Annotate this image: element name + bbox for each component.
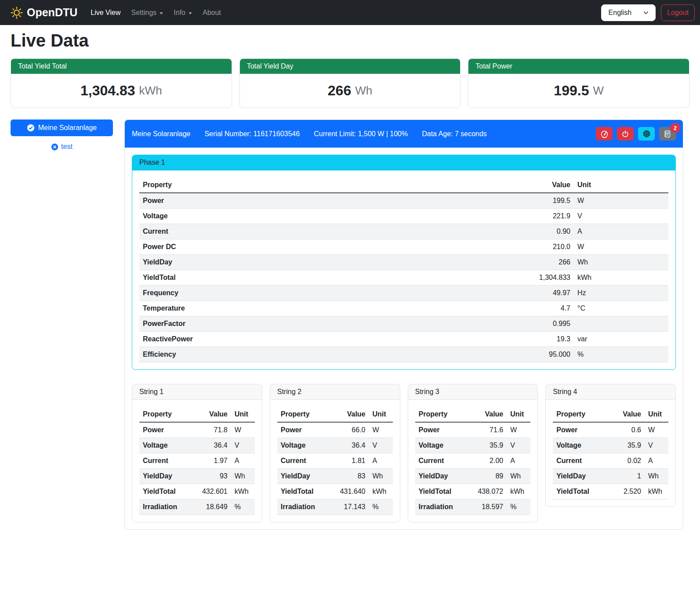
property-value: 93 xyxy=(195,469,231,484)
property-name: Current xyxy=(553,453,609,469)
property-name: YieldDay xyxy=(139,255,521,270)
summary-cards-row: Total Yield Total 1,304.83 kWh Total Yie… xyxy=(11,58,689,108)
table-row: YieldDay266Wh xyxy=(139,255,668,270)
table-row: Current1.97A xyxy=(139,453,255,469)
property-name: YieldTotal xyxy=(139,270,521,286)
nav-right: English Logout xyxy=(601,4,695,21)
phase-card-title: Phase 1 xyxy=(132,155,675,170)
summary-card-total-power: Total Power 199.5 W xyxy=(468,58,689,108)
speedometer-icon xyxy=(600,130,609,138)
phase-table: Property Value Unit Power199.5WVoltage22… xyxy=(139,177,668,362)
nav-item-settings[interactable]: Settings xyxy=(126,5,168,20)
table-row: YieldTotal431.640kWh xyxy=(277,484,393,499)
property-unit: W xyxy=(369,422,393,438)
inverter-panel: Meine Solaranlage Serial Number: 1161716… xyxy=(124,119,683,530)
nav-item-info[interactable]: Info xyxy=(168,5,197,20)
inverter-name-label: Meine Solaranlage xyxy=(38,124,97,132)
table-row: Power71.6W xyxy=(415,422,531,438)
property-name: Irradiation xyxy=(139,499,195,515)
summary-card-body: 1,304.83 kWh xyxy=(11,74,232,108)
table-row: YieldDay83Wh xyxy=(277,469,393,484)
property-name: YieldTotal xyxy=(553,484,609,499)
col-property: Property xyxy=(277,407,333,422)
table-header-row: Property Value Unit xyxy=(277,407,393,422)
string-card-title: String 1 xyxy=(132,384,262,400)
property-unit xyxy=(574,316,668,332)
table-row: YieldDay1Wh xyxy=(553,469,668,484)
check-circle-icon xyxy=(27,124,35,132)
inverter-select-button[interactable]: Meine Solaranlage xyxy=(11,119,113,136)
table-row: PowerFactor0.995 xyxy=(139,316,668,332)
nav-item-about[interactable]: About xyxy=(197,5,226,20)
property-unit: kWh xyxy=(574,270,668,286)
property-unit: kWh xyxy=(231,484,255,499)
device-info-button[interactable] xyxy=(638,127,655,141)
property-value: 1.97 xyxy=(195,453,231,469)
summary-unit: Wh xyxy=(355,84,372,98)
col-property: Property xyxy=(415,407,471,422)
summary-unit: kWh xyxy=(139,84,162,98)
table-row: Current0.90A xyxy=(139,224,668,239)
logout-button[interactable]: Logout xyxy=(661,4,695,21)
property-name: Voltage xyxy=(277,438,333,453)
nav-item-live-view[interactable]: Live View xyxy=(85,5,126,20)
property-name: Power xyxy=(553,422,609,438)
property-name: YieldTotal xyxy=(139,484,195,499)
table-header-row: Property Value Unit xyxy=(139,407,255,422)
nav-links: Live View Settings Info About xyxy=(85,5,226,20)
property-value: 0.995 xyxy=(521,316,574,332)
summary-value: 266 xyxy=(328,83,351,99)
sun-icon xyxy=(11,7,23,19)
property-unit: kWh xyxy=(645,484,668,499)
property-value: 0.6 xyxy=(609,422,645,438)
property-value: 35.9 xyxy=(609,438,645,453)
property-name: Current xyxy=(415,453,471,469)
property-name: Current xyxy=(277,453,333,469)
table-row: Power199.5W xyxy=(139,193,668,209)
col-value: Value xyxy=(471,407,507,422)
table-row: Power0.6W xyxy=(553,422,668,438)
table-row: YieldTotal432.601kWh xyxy=(139,484,255,499)
property-name: Power DC xyxy=(139,239,521,255)
table-row: Voltage36.4V xyxy=(277,438,393,453)
property-value: 36.4 xyxy=(333,438,369,453)
property-unit: V xyxy=(645,438,668,453)
property-unit: Wh xyxy=(369,469,393,484)
property-value: 210.0 xyxy=(521,239,574,255)
property-unit: Wh xyxy=(231,469,255,484)
col-unit: Unit xyxy=(369,407,393,422)
property-value: 1 xyxy=(609,469,645,484)
summary-value: 199.5 xyxy=(554,83,589,99)
property-value: 438.072 xyxy=(471,484,507,499)
language-select[interactable]: English xyxy=(601,4,656,21)
nav-item-label: About xyxy=(203,9,221,17)
event-log-button[interactable]: 2 xyxy=(659,127,676,141)
power-button[interactable] xyxy=(617,127,634,141)
page-container: Live Data Total Yield Total 1,304.83 kWh… xyxy=(0,31,700,540)
col-unit: Unit xyxy=(574,177,668,193)
property-unit: V xyxy=(369,438,393,453)
string-card: String 1 Property Value Unit Power71.8WV… xyxy=(132,384,262,522)
inverter-test-button[interactable]: test xyxy=(11,142,113,151)
limit-settings-button[interactable] xyxy=(596,127,613,141)
table-row: YieldDay93Wh xyxy=(139,469,255,484)
nav-item-label: Live View xyxy=(91,9,120,17)
property-name: Power xyxy=(415,422,471,438)
table-row: Current0.02A xyxy=(553,453,668,469)
string-card: String 4 Property Value Unit Power0.6WVo… xyxy=(545,384,676,507)
phase-card-body: Property Value Unit Power199.5WVoltage22… xyxy=(132,170,675,362)
property-unit: kWh xyxy=(369,484,393,499)
col-property: Property xyxy=(139,407,195,422)
property-unit: % xyxy=(574,347,668,362)
property-name: YieldDay xyxy=(553,469,609,484)
power-icon xyxy=(621,130,629,138)
property-name: YieldTotal xyxy=(277,484,333,499)
string-table: Property Value Unit Power71.6WVoltage35.… xyxy=(415,407,531,515)
table-row: YieldTotal2.520kWh xyxy=(553,484,668,499)
col-property: Property xyxy=(139,177,521,193)
string-card: String 3 Property Value Unit Power71.6WV… xyxy=(408,384,538,522)
property-unit: Hz xyxy=(574,286,668,301)
property-unit: A xyxy=(369,453,393,469)
property-unit: V xyxy=(231,438,255,453)
property-value: 199.5 xyxy=(521,193,574,209)
